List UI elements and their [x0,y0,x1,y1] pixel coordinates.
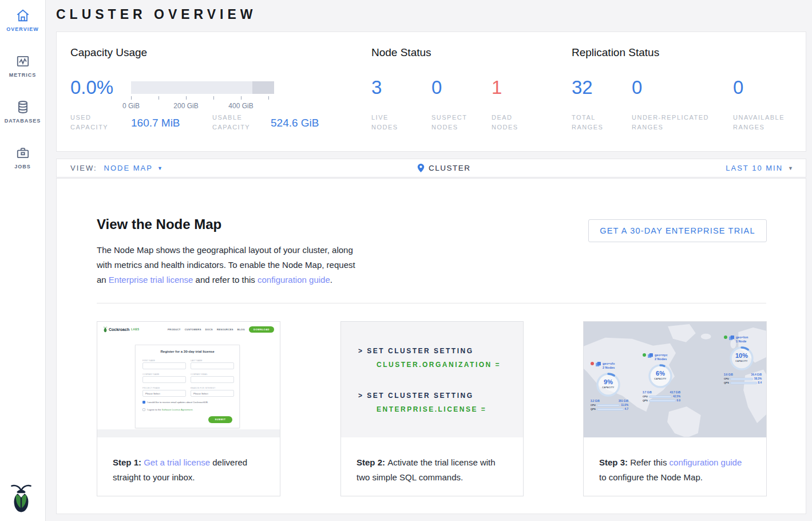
time-range-value: LAST 10 MIN [726,164,783,172]
step2-card: > SET CLUSTER SETTING CLUSTER.ORGANIZATI… [340,321,524,496]
cluster-summary-panel: Capacity Usage 0.0% 0 GiB 200 GiB 400 Gi… [56,31,806,152]
page-title: CLUSTER OVERVIEW [56,7,257,22]
suspect-nodes-count: 0 [431,77,442,98]
mini-field-label: PROJECT PHASE [142,387,160,389]
step2-code-image: > SET CLUSTER SETTING CLUSTER.ORGANIZATI… [341,322,523,437]
usable-capacity-value: 524.6 GiB [271,117,319,129]
home-icon [15,8,30,23]
step3-caption: Step 3: Refer this configuration guide t… [584,437,766,485]
qps-sparkline [597,408,624,411]
dead-nodes-label: DEAD NODES [492,113,532,132]
get-trial-license-link[interactable]: Get a trial license [144,457,210,467]
locality-name: geo=sfo [603,362,615,365]
description-text: and refer to this [193,275,258,285]
chevron-down-icon[interactable]: ▼ [157,165,163,171]
mini-select: Please Select [191,390,234,397]
sidebar-item-label: METRICS [0,72,45,78]
sql-line: CLUSTER.ORGANIZATION = [377,361,501,369]
database-icon [15,100,30,115]
cockroachlabs-logo-icon [9,483,34,516]
capacity-used-percent: 0.0% [70,77,113,98]
replication-status-title: Replication Status [572,46,659,59]
step1-screenshot: Cockroach LABS PRODUCT CUSTOMERS DOCS RE… [97,322,280,437]
mini-form-title: Register for a 30-day trial license [136,350,239,353]
mini-trial-form: Register for a 30-day trial license FIRS… [135,345,240,428]
mini-field-label: REASON FOR INTEREST [191,387,215,389]
used-value: 3.6 GiB [724,373,733,376]
qps-value: 4.7 [625,408,628,411]
usable-capacity-label: USABLE CAPACITY [212,113,264,132]
mini-checkbox-checked [142,401,145,404]
step1-card: Cockroach LABS PRODUCT CUSTOMERS DOCS RE… [97,321,280,496]
configuration-guide-link[interactable]: configuration guide [670,457,742,467]
sidebar-item-databases[interactable]: DATABASES [0,100,45,124]
cpu-sparkline [597,404,620,406]
node-icon [729,336,734,341]
unavailable-ranges-count: 0 [733,77,743,98]
locality-node-count: 2 Nodes [655,357,667,361]
cockroach-bug-icon [103,326,108,333]
mini-select: Please Select [142,390,186,397]
mini-checkbox-label: I agree to the Software License Agreemen… [147,408,193,411]
qps-label: QPS [724,381,729,384]
capacity-caption: CAPACITY [595,386,621,389]
sidebar-item-label: JOBS [0,164,45,169]
mini-nav-item: PRODUCT [168,328,181,331]
locality-name: geo=lon [736,336,748,339]
mini-footer-band [97,429,280,437]
node-icon [596,362,601,367]
suspect-nodes-label: SUSPECT NODES [431,113,480,132]
qps-value: 0.0 [677,399,680,402]
node-map-heading: View the Node Map [97,216,221,232]
view-label: VIEW: [70,164,97,172]
enterprise-trial-license-link[interactable]: Enterprise trial license [109,275,193,285]
sql-line: > SET CLUSTER SETTING [358,392,474,400]
time-range-selector[interactable]: LAST 10 MIN ▼ [726,159,793,177]
mini-nav-item: BLOG [237,328,245,331]
under-replicated-label: UNDER-REPLICATED RANGES [632,113,729,132]
capacity-tick [213,96,214,100]
cpu-value: 11.0% [621,404,628,406]
mini-website: Cockroach LABS PRODUCT CUSTOMERS DOCS RE… [97,322,280,437]
unavailable-ranges-label: UNAVAILABLE RANGES [733,113,796,132]
step3-card: geo=sfo2 Nodes 9% CAPACITY 3.2 GiB351 Gi… [583,321,767,496]
step3-label: Step 3: [599,457,630,467]
chevron-down-icon: ▼ [788,165,793,171]
mini-checkbox-label: I would like to receive email updates ab… [147,401,208,404]
configuration-guide-link[interactable]: configuration guide [258,275,330,285]
step2-label: Step 2: [357,457,387,467]
used-capacity-value: 160.7 MiB [131,117,180,129]
sidebar-item-label: OVERVIEW [0,26,45,32]
qps-sparkline [730,382,757,384]
capacity-tick [241,96,241,100]
capacity-percent: 10% [728,352,755,359]
mini-field-label: FIRST NAME [142,360,155,362]
breadcrumb-cluster: CLUSTER [429,164,471,172]
mini-nav-item: CUSTOMERS [185,328,201,331]
capacity-gauge: 9% CAPACITY [595,372,621,398]
used-capacity-label: USED CAPACITY [70,113,116,132]
sidebar-item-metrics[interactable]: METRICS [0,54,45,78]
step3-text: Refer this [630,457,669,467]
briefcase-icon [15,145,30,160]
mini-input [142,376,186,383]
used-value: 3.7 GiB [643,391,652,394]
qps-label: QPS [643,399,648,402]
total-ranges-count: 32 [572,77,593,98]
capacity-bar [131,81,274,94]
get-enterprise-trial-button[interactable]: GET A 30-DAY ENTERPRISE TRIAL [588,219,767,242]
mini-agree-text: I agree to the [147,408,162,411]
view-selector[interactable]: NODE MAP [104,164,153,172]
cpu-label: CPU [643,395,648,398]
total-value: 36.4 GiB [751,373,762,376]
capacity-tick-label: 400 GiB [224,102,258,110]
live-nodes-count: 3 [371,77,382,98]
capacity-tick [159,96,159,100]
sidebar-item-jobs[interactable]: JOBS [0,145,45,169]
sql-line: > SET CLUSTER SETTING [358,347,474,355]
cpu-label: CPU [724,377,729,380]
capacity-tick [268,96,269,100]
sidebar-item-overview[interactable]: OVERVIEW [0,8,45,32]
qps-sparkline [649,400,676,402]
qps-value: 8.4 [758,381,762,384]
